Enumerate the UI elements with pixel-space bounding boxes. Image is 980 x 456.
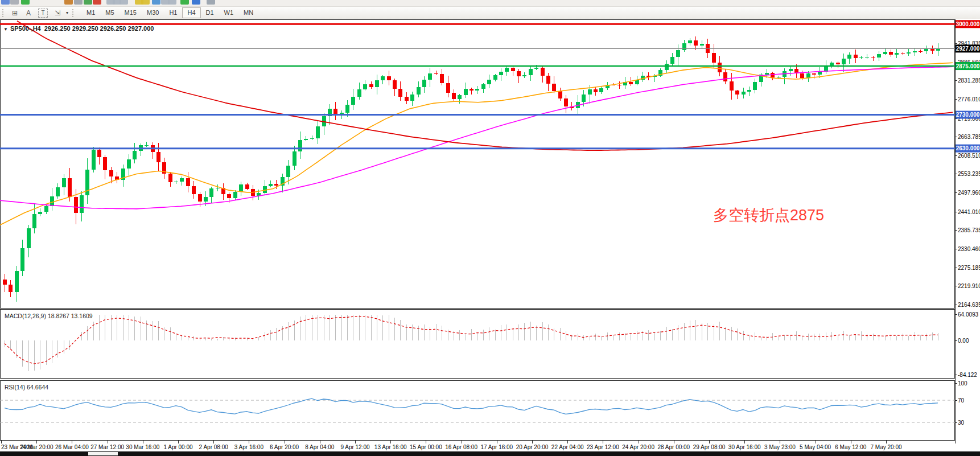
- timeframe-m30[interactable]: M30: [142, 7, 164, 18]
- toolbar-drag-handle[interactable]: [72, 9, 76, 17]
- price-level-badge: 2730.000: [956, 112, 980, 118]
- price-axis-label: 2553.235: [958, 171, 980, 177]
- date-axis-label: 27 Mar 12:00: [90, 444, 124, 450]
- rsi-value: 64.6644: [27, 384, 48, 391]
- date-axis-label: 30 Apr 16:00: [728, 444, 761, 450]
- draw-channel-icon[interactable]: [141, 0, 150, 5]
- date-axis-label: 6 Apr 20:00: [270, 444, 299, 450]
- price-axis-label: 2441.010: [958, 209, 980, 215]
- date-axis-label: 26 Mar 04:00: [55, 444, 89, 450]
- timeframe-w1[interactable]: W1: [219, 7, 239, 18]
- date-axis-label: 3 Apr 16:00: [234, 444, 264, 450]
- date-axis-label: 28 Apr 00:00: [657, 444, 690, 450]
- macd-name: MACD(12,26,9): [5, 313, 46, 319]
- macd-axis-label: -84.122: [958, 372, 977, 378]
- timeframe-toolbar: M1M5M15M30H1H4D1W1MN: [81, 7, 258, 18]
- toolbar-top-row: [0, 0, 980, 7]
- chart-canvas[interactable]: 2941.8352886.5602831.2852776.0102719.060…: [0, 19, 980, 451]
- date-axis-label: 5 May 04:00: [800, 444, 831, 450]
- timeframe-h4[interactable]: H4: [182, 7, 200, 18]
- price-level-badge: 3000.000: [956, 21, 980, 27]
- macd-axis-label: 0.00: [958, 338, 969, 344]
- scrollbar-thumb[interactable]: [88, 452, 118, 455]
- price-axis-label: 2608.510: [958, 153, 980, 159]
- timeframe-m1[interactable]: M1: [81, 7, 100, 18]
- date-axis-label: 2 Apr 08:00: [199, 444, 229, 450]
- rsi-name: RSI(14): [5, 384, 25, 391]
- date-axis-label: 22 Apr 04:00: [551, 444, 584, 450]
- date-axis-label: 1 Apr 00:00: [163, 444, 193, 450]
- auto-scroll-icon[interactable]: [168, 0, 176, 5]
- snap-grid-icon[interactable]: ⊞: [8, 8, 22, 18]
- arrange-windows-icon[interactable]: [120, 0, 128, 5]
- text-tool-icon[interactable]: T: [38, 9, 48, 18]
- timeframe-h1[interactable]: H1: [164, 7, 182, 18]
- date-axis-label: 30 Mar 16:00: [126, 444, 159, 450]
- timeframe-m5[interactable]: M5: [100, 7, 119, 18]
- zoom-icon[interactable]: [10, 0, 19, 5]
- chart-title: ▼SP500-,H42926.250 2929.250 2926.250 292…: [3, 25, 154, 32]
- price-axis-label: 2385.735: [958, 227, 980, 233]
- rsi-axis-label: 70: [958, 397, 965, 404]
- chart-window[interactable]: 2941.8352886.5602831.2852776.0102719.060…: [0, 19, 980, 451]
- arrow-dropdown-caret[interactable]: ▾: [64, 8, 70, 18]
- date-axis-label: 23 Apr 12:00: [587, 444, 619, 450]
- price-level-badge: 2630.000: [956, 145, 980, 151]
- price-axis-label: 2663.785: [958, 134, 980, 140]
- date-axis-label: 7 May 20:00: [870, 444, 901, 450]
- text-label-icon[interactable]: A: [22, 8, 35, 18]
- date-axis-label: 13 Apr 16:00: [374, 444, 407, 450]
- macd-axis-label: 64.0093: [958, 311, 979, 318]
- price-level-badge: 2927.000: [956, 46, 980, 52]
- toolbar-drag-handle[interactable]: [2, 9, 6, 17]
- price-axis-label: 2776.010: [958, 96, 980, 102]
- rsi-axis-label: 30: [958, 420, 965, 426]
- compass-icon[interactable]: [64, 0, 73, 5]
- date-axis-label: 24 Apr 20:00: [622, 444, 654, 450]
- data-window-icon[interactable]: [207, 0, 215, 5]
- navigator-globe-icon[interactable]: [192, 0, 200, 5]
- price-axis-label: 2330.460: [958, 246, 980, 252]
- new-order-icon[interactable]: [21, 0, 30, 5]
- horizontal-scrollbar[interactable]: [0, 451, 980, 456]
- add-indicator-icon[interactable]: [180, 0, 189, 5]
- new-window-icon[interactable]: [1, 0, 10, 5]
- macd-values: 18.8267 13.1609: [48, 313, 93, 319]
- timeframe-m15[interactable]: M15: [120, 7, 142, 18]
- mt4-window: ⊞AT⇲▾ M1M5M15M30H1H4D1W1MN 2941.8352886.…: [0, 0, 980, 456]
- macd-indicator-label: MACD(12,26,9) 18.8267 13.1609: [5, 313, 93, 319]
- date-axis-label: 6 May 12:00: [835, 444, 866, 450]
- date-axis-label: 8 Apr 04:00: [305, 444, 335, 450]
- date-axis-label: 15 Apr 00:00: [410, 444, 442, 450]
- price-axis-label: 2219.910: [958, 283, 980, 289]
- timeframe-mn[interactable]: MN: [238, 7, 258, 18]
- timeframe-d1[interactable]: D1: [201, 7, 219, 18]
- drawing-tools-group: ⊞AT⇲▾: [8, 8, 70, 18]
- indicator-chart-icon[interactable]: [152, 0, 160, 5]
- date-axis-label: 17 Apr 16:00: [480, 444, 513, 450]
- rsi-indicator-label: RSI(14) 64.6644: [5, 384, 48, 391]
- date-axis-label: 20 Apr 20:00: [516, 444, 549, 450]
- arrow-style-icon[interactable]: ⇲: [51, 8, 64, 18]
- date-axis-label: 3 May 23:00: [764, 444, 796, 450]
- print-icon[interactable]: [74, 0, 83, 5]
- toolbar-second-row: ⊞AT⇲▾ M1M5M15M30H1H4D1W1MN: [0, 7, 980, 19]
- price-axis-label: 2164.635: [958, 302, 980, 308]
- print-preview-icon[interactable]: [84, 0, 92, 5]
- refresh-icon[interactable]: [93, 0, 101, 5]
- symbol-period-label: SP500-,H4: [10, 25, 41, 32]
- price-level-badge: 2875.000: [956, 63, 980, 69]
- date-axis-label: 24 Mar 20:00: [20, 444, 53, 450]
- price-axis-label: 2275.185: [958, 265, 980, 271]
- date-axis-label: 29 Apr 08:00: [693, 444, 726, 450]
- chart-text-annotation: 多空转折点2875: [713, 205, 824, 225]
- rsi-axis-label: 100: [958, 380, 967, 387]
- date-axis-label: 9 Apr 12:00: [340, 444, 370, 450]
- date-axis-label: 16 Apr 08:00: [445, 444, 477, 450]
- ohlc-values: 2926.250 2929.250 2926.250 2927.000: [44, 25, 154, 32]
- price-axis-label: 2497.960: [958, 190, 980, 196]
- price-axis-label: 2831.285: [958, 77, 980, 84]
- chart-dropdown-icon[interactable]: ▼: [3, 27, 8, 32]
